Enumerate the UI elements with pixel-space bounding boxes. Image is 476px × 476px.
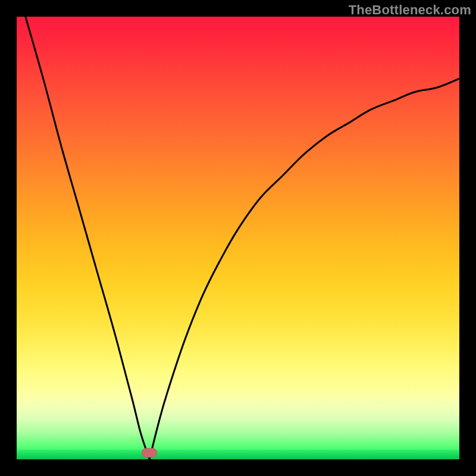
bottleneck-curve <box>17 17 459 459</box>
plot-area <box>17 17 459 459</box>
optimum-marker <box>142 448 157 458</box>
watermark-text: TheBottleneck.com <box>349 2 471 18</box>
chart-frame: TheBottleneck.com <box>0 0 476 476</box>
curve-left-branch <box>26 17 149 459</box>
curve-right-branch <box>149 79 459 459</box>
